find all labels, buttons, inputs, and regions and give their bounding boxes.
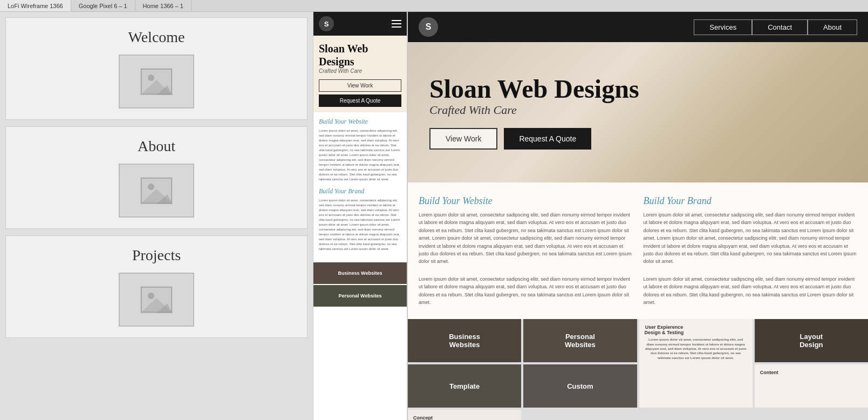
grid-tile-layout-design[interactable]: LayoutDesign bbox=[755, 319, 868, 362]
mobile-content: Build Your Website Lorem ipsum dolor sit… bbox=[313, 112, 407, 262]
wireframe-about-section: About bbox=[5, 126, 307, 229]
grid-tile-custom-label: Custom bbox=[567, 382, 593, 390]
tab-home-label: Home 1366 – 1 bbox=[143, 3, 183, 9]
tab-lofi-label: LoFi Wireframe 1366 bbox=[8, 3, 63, 9]
grid-tile-personal-websites[interactable]: PersonalWebsites bbox=[523, 319, 637, 362]
mobile-build-website-text: Lorem ipsum dolor sit amet, consectetur … bbox=[319, 128, 401, 182]
desktop-col2-text2: Lorem ipsum dolor sit amet, consectetur … bbox=[644, 275, 858, 307]
desktop-col1: Build Your Website Lorem ipsum dolor sit… bbox=[419, 195, 633, 306]
mobile-grid-personal-label: Personal Websites bbox=[339, 293, 382, 299]
desktop-col1-text2: Lorem ipsum dolor sit amet, consectetur … bbox=[419, 275, 633, 307]
tab-pixel-label: Google Pixel 6 – 1 bbox=[79, 3, 127, 9]
desktop-hero: Sloan Web Designs Crafted With Care View… bbox=[408, 42, 868, 182]
grid-tile-ux-text: Lorem ipsum dolor sit amet, consectetur … bbox=[645, 337, 747, 360]
desktop-col2-text: Lorem ipsum dolor sit amet, consectetur … bbox=[644, 211, 858, 266]
desktop-grid-section: BusinessWebsites PersonalWebsites User E… bbox=[408, 319, 868, 420]
nav-contact-button[interactable]: Contact bbox=[752, 19, 808, 35]
desktop-col2: Build Your Brand Lorem ipsum dolor sit a… bbox=[644, 195, 858, 306]
desktop-content-columns: Build Your Website Lorem ipsum dolor sit… bbox=[408, 182, 868, 319]
mobile-logo: S bbox=[319, 16, 334, 31]
desktop-header: S Services Contact About bbox=[408, 12, 868, 42]
grid-tile-business-label: BusinessWebsites bbox=[449, 333, 480, 349]
mobile-request-quote-button[interactable]: Request A Quote bbox=[319, 94, 401, 107]
wireframe-about-title: About bbox=[138, 138, 175, 155]
tab-home[interactable]: Home 1366 – 1 bbox=[135, 0, 192, 11]
svg-point-2 bbox=[148, 74, 154, 81]
mobile-build-brand-text: Lorem ipsum dolor sit amet, consectetur … bbox=[319, 198, 401, 252]
hero-buttons: View Work Request A Quote bbox=[429, 128, 639, 150]
panel-desktop: S Services Contact About Sloan Web Desig… bbox=[407, 12, 868, 420]
tab-bar: LoFi Wireframe 1366 Google Pixel 6 – 1 H… bbox=[0, 0, 868, 12]
mobile-grid-personal-websites[interactable]: Personal Websites bbox=[313, 285, 407, 307]
grid-tile-business-websites[interactable]: BusinessWebsites bbox=[408, 319, 521, 362]
grid-tile-concept-title: Concept bbox=[413, 415, 433, 420]
hero-title: Sloan Web Designs bbox=[429, 75, 639, 104]
hero-text-block: Sloan Web Designs Crafted With Care View… bbox=[429, 75, 639, 150]
mobile-brand-name: Sloan WebDesigns bbox=[319, 42, 401, 68]
mobile-build-website-title: Build Your Website bbox=[319, 118, 401, 126]
mobile-view-work-button[interactable]: View Work bbox=[319, 79, 401, 92]
svg-point-12 bbox=[148, 293, 154, 299]
mobile-tagline: Crafted With Care bbox=[319, 68, 401, 74]
grid-tile-content-card: Content bbox=[755, 364, 868, 408]
hero-view-work-button[interactable]: View Work bbox=[429, 128, 497, 150]
desktop-col2-title: Build Your Brand bbox=[644, 195, 858, 207]
mobile-header: S bbox=[313, 12, 407, 36]
mobile-build-brand-title: Build Your Brand bbox=[319, 187, 401, 195]
mobile-hero: Sloan WebDesigns Crafted With Care View … bbox=[313, 36, 407, 112]
nav-services-button[interactable]: Services bbox=[694, 19, 752, 35]
tab-lofi[interactable]: LoFi Wireframe 1366 bbox=[0, 0, 71, 11]
tab-pixel[interactable]: Google Pixel 6 – 1 bbox=[71, 0, 135, 11]
image-placeholder-icon bbox=[140, 68, 173, 95]
mobile-grid: Business Websites Personal Websites bbox=[313, 262, 407, 308]
main-content: Welcome About bbox=[0, 12, 868, 420]
grid-tile-template[interactable]: Template bbox=[408, 364, 521, 408]
grid-tile-ux-title: User ExpierenceDesign & Testing bbox=[645, 324, 684, 335]
image-placeholder-icon-2 bbox=[140, 177, 173, 204]
grid-tile-ux-card: User ExpierenceDesign & Testing Lorem ip… bbox=[639, 319, 753, 408]
desktop-logo: S bbox=[419, 17, 438, 37]
grid-tile-custom[interactable]: Custom bbox=[523, 364, 637, 408]
wireframe-projects-section: Projects bbox=[5, 235, 307, 338]
grid-tile-template-label: Template bbox=[449, 382, 480, 390]
grid-tile-personal-label: PersonalWebsites bbox=[565, 333, 596, 349]
desktop-col1-text: Lorem ipsum dolor sit amet, consectetur … bbox=[419, 211, 633, 266]
panel-wireframe: Welcome About bbox=[0, 12, 313, 420]
desktop-col1-title: Build Your Website bbox=[419, 195, 633, 207]
hero-request-quote-button[interactable]: Request A Quote bbox=[504, 128, 591, 150]
wireframe-welcome-title: Welcome bbox=[128, 29, 184, 46]
hero-tagline: Crafted With Care bbox=[429, 103, 639, 117]
mobile-grid-business-websites[interactable]: Business Websites bbox=[313, 262, 407, 284]
wireframe-welcome-image bbox=[119, 55, 194, 109]
image-placeholder-icon-3 bbox=[140, 286, 173, 313]
nav-about-button[interactable]: About bbox=[808, 19, 857, 35]
svg-point-7 bbox=[148, 184, 154, 190]
desktop-nav: Services Contact About bbox=[694, 19, 857, 35]
wireframe-projects-image bbox=[119, 273, 194, 327]
grid-tile-layout-label: LayoutDesign bbox=[799, 333, 823, 349]
grid-tile-content-title: Content bbox=[760, 370, 778, 375]
mobile-grid-business-label: Business Websites bbox=[338, 270, 382, 276]
panel-mobile: S Sloan WebDesigns Crafted With Care Vie… bbox=[313, 12, 407, 420]
wireframe-about-image bbox=[119, 164, 194, 218]
wireframe-welcome-section: Welcome bbox=[5, 17, 307, 120]
hamburger-menu-icon[interactable] bbox=[392, 20, 401, 28]
wireframe-projects-title: Projects bbox=[132, 247, 181, 264]
grid-tile-concept-card: Concept bbox=[408, 410, 521, 420]
